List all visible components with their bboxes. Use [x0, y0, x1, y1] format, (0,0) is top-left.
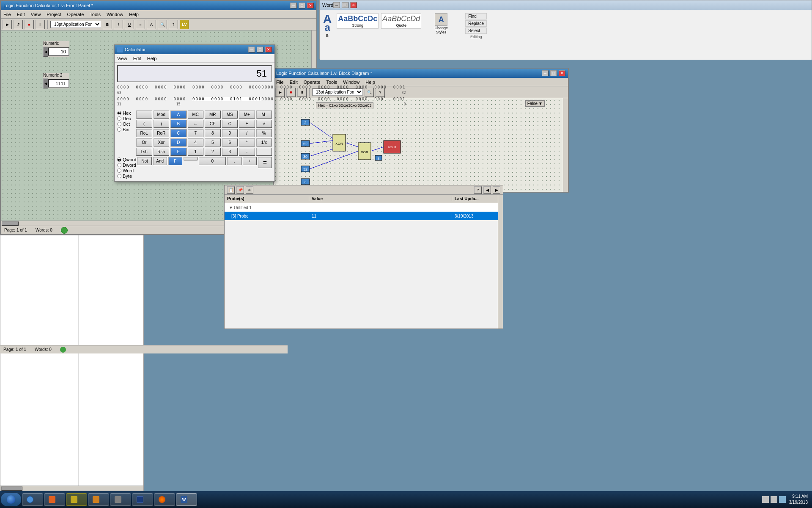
- toolbar-run[interactable]: ▶: [3, 20, 12, 29]
- btn-mod[interactable]: Mod: [154, 110, 170, 119]
- toolbar-color[interactable]: A: [147, 20, 156, 29]
- probe-vscrollbar[interactable]: [498, 195, 503, 329]
- probe-btn-help[interactable]: ?: [474, 186, 482, 194]
- taskbar-item-winamp[interactable]: [44, 493, 65, 506]
- radio-byte[interactable]: Byte: [117, 174, 136, 179]
- toolbar-icon[interactable]: LV: [180, 20, 189, 29]
- font-selector[interactable]: 13pt Application Font: [50, 21, 101, 28]
- front-hscrollbar-thumb[interactable]: [2, 221, 19, 226]
- toolbar-help[interactable]: ?: [169, 20, 178, 29]
- btn-e-hex[interactable]: E: [170, 148, 187, 156]
- replace-btn[interactable]: Replace: [465, 20, 487, 27]
- probe-btn-1[interactable]: 📋: [227, 186, 235, 194]
- style-strong[interactable]: AaBbCcDc: [338, 14, 377, 23]
- btn-0[interactable]: 0: [199, 157, 226, 165]
- radio-hex[interactable]: Hex: [117, 110, 135, 116]
- btn-plusminus[interactable]: ±: [239, 120, 255, 128]
- probe-row-child[interactable]: [3] Probe 11 3/19/2013: [225, 212, 503, 220]
- radio-qword[interactable]: Qword: [117, 157, 136, 162]
- btn-mplus[interactable]: M+: [239, 110, 255, 119]
- btn-6[interactable]: 6: [222, 138, 238, 146]
- btn-c[interactable]: C: [222, 120, 238, 128]
- taskbar-item-word[interactable]: W: [176, 493, 197, 506]
- btn-multiply[interactable]: *: [239, 138, 255, 146]
- btn-ror[interactable]: RoR: [154, 129, 170, 137]
- radio-dword[interactable]: Dword: [117, 163, 136, 168]
- find-btn[interactable]: Find: [465, 13, 487, 19]
- bd-menu-file[interactable]: File: [276, 80, 284, 85]
- btn-empty1[interactable]: [136, 110, 152, 119]
- menu-operate[interactable]: Operate: [67, 12, 84, 17]
- btn-4[interactable]: 4: [188, 138, 204, 146]
- btn-8[interactable]: 8: [205, 129, 221, 137]
- bd-menu-help[interactable]: Help: [365, 80, 375, 85]
- btn-lparen[interactable]: (: [136, 120, 152, 128]
- btn-plus[interactable]: +: [243, 157, 257, 165]
- word-close[interactable]: ✕: [350, 2, 357, 8]
- probe-btn-2[interactable]: 📌: [236, 186, 244, 194]
- lv-front-maximize[interactable]: □: [299, 3, 305, 8]
- calc-close[interactable]: ✕: [265, 47, 272, 52]
- toolbar-bold[interactable]: B: [103, 20, 112, 29]
- probe-row-parent[interactable]: ▼ Untitled 1: [225, 203, 503, 212]
- btn-lsh[interactable]: Lsh: [136, 148, 152, 156]
- btn-ms[interactable]: MS: [222, 110, 238, 119]
- taskbar-item-notepad[interactable]: [110, 493, 131, 506]
- bd-menu-edit[interactable]: Edit: [290, 80, 298, 85]
- btn-sqrt[interactable]: √: [256, 120, 272, 128]
- menu-tools[interactable]: Tools: [90, 12, 101, 17]
- probe-btn-right[interactable]: ▶: [493, 186, 500, 194]
- menu-file[interactable]: File: [3, 12, 11, 17]
- btn-percent[interactable]: %: [256, 129, 272, 137]
- btn-9[interactable]: 9: [222, 129, 238, 137]
- start-button[interactable]: [1, 493, 21, 506]
- lv-front-minimize[interactable]: ─: [290, 3, 297, 8]
- btn-empty-eq[interactable]: [256, 148, 272, 156]
- menu-view[interactable]: View: [31, 12, 41, 17]
- btn-xor[interactable]: Xor: [154, 138, 170, 146]
- btn-reciprocal[interactable]: 1/x: [256, 138, 272, 146]
- btn-rsh[interactable]: Rsh: [154, 148, 170, 156]
- change-styles-icon[interactable]: A: [435, 13, 447, 26]
- taskbar-item-labview[interactable]: [66, 493, 87, 506]
- bd-close[interactable]: ✕: [559, 70, 565, 76]
- taskbar-item-cmd[interactable]: [132, 493, 153, 506]
- btn-rol[interactable]: RoL: [136, 129, 152, 137]
- toolbar-italic[interactable]: I: [114, 20, 123, 29]
- probe-close[interactable]: ✕: [246, 186, 253, 194]
- select-btn[interactable]: Select: [465, 28, 487, 34]
- btn-1[interactable]: 1: [188, 148, 204, 156]
- toolbar-pause[interactable]: ⏸: [36, 20, 45, 29]
- probe-expand-icon[interactable]: ▼ Untitled 1: [227, 205, 306, 210]
- doc-hscrollbar-thumb[interactable]: [1, 486, 22, 491]
- toolbar-abort[interactable]: ■: [25, 20, 34, 29]
- doc-hscrollbar[interactable]: [0, 486, 143, 491]
- btn-divide[interactable]: /: [239, 129, 255, 137]
- btn-3[interactable]: 3: [222, 148, 238, 156]
- menu-help[interactable]: Help: [129, 12, 139, 17]
- menu-project[interactable]: Project: [47, 12, 61, 17]
- bd-vscrollbar[interactable]: [563, 98, 568, 192]
- probe-btn-left[interactable]: ◀: [483, 186, 491, 194]
- bd-canvas[interactable]: False ▼ Hex = 02xor52xor30xor32xor03 2 5…: [274, 98, 568, 192]
- taskbar-item-ff[interactable]: [154, 493, 175, 506]
- btn-equals[interactable]: =: [258, 157, 272, 168]
- btn-rparen[interactable]: ): [154, 120, 170, 128]
- bd-menu-tools[interactable]: Tools: [326, 80, 337, 85]
- btn-c-hex[interactable]: C: [170, 129, 187, 137]
- btn-minus[interactable]: -: [239, 148, 255, 156]
- btn-b-hex[interactable]: B: [170, 120, 187, 128]
- radio-word[interactable]: Word: [117, 168, 136, 173]
- btn-backspace[interactable]: ←: [188, 120, 204, 128]
- taskbar-item-explorer[interactable]: [88, 493, 109, 506]
- radio-bin[interactable]: Bin: [117, 127, 135, 132]
- calc-menu-view[interactable]: View: [117, 56, 127, 61]
- bd-maximize[interactable]: □: [550, 70, 557, 76]
- menu-edit[interactable]: Edit: [17, 12, 25, 17]
- btn-2[interactable]: 2: [205, 148, 221, 156]
- bd-menu-operate[interactable]: Operate: [304, 80, 321, 85]
- calc-menu-edit[interactable]: Edit: [133, 56, 141, 61]
- toolbar-underline[interactable]: U: [125, 20, 134, 29]
- btn-not[interactable]: Not: [137, 157, 151, 165]
- word-minimize[interactable]: ─: [333, 2, 340, 8]
